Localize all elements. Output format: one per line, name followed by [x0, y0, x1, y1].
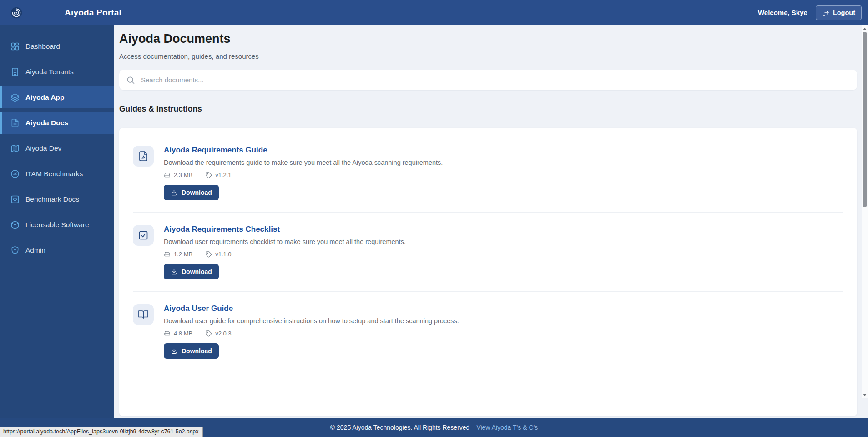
sidebar-item-aiyoda-app[interactable]: Aiyoda App [0, 86, 114, 108]
layers-icon [10, 93, 20, 102]
document-meta: 2.3 MB v1.2.1 [164, 172, 443, 178]
document-version: v1.1.0 [215, 251, 231, 258]
sidebar-item-label: Aiyoda App [25, 93, 65, 102]
dashboard-icon [10, 42, 20, 51]
download-icon [171, 348, 177, 355]
section-divider [119, 120, 857, 120]
sidebar-item-label: Aiyoda Docs [25, 119, 68, 127]
sidebar-item-aiyoda-dev[interactable]: Aiyoda Dev [0, 137, 114, 159]
document-size: 1.2 MB [174, 251, 192, 258]
sidebar-item-licensable-software[interactable]: Licensable Software [0, 213, 114, 236]
sidebar-item-label: Admin [25, 246, 45, 254]
document-description: Download user guide for comprehensive in… [164, 317, 459, 325]
document-title-link[interactable]: Aiyoda Requirements Checklist [164, 225, 406, 234]
hard-drive-icon [164, 251, 171, 258]
document-version: v1.2.1 [215, 172, 231, 178]
sidebar-item-benchmark-docs[interactable]: Benchmark Docs [0, 188, 114, 210]
sidebar-item-label: Benchmark Docs [25, 195, 79, 203]
document-description: Download user requirements checklist to … [164, 238, 406, 245]
hard-drive-icon [164, 330, 171, 337]
download-button[interactable]: Download [164, 264, 219, 279]
cube-icon [10, 220, 20, 229]
sidebar-item-itam-benchmarks[interactable]: ITAM Benchmarks [0, 163, 114, 185]
download-label: Download [182, 347, 212, 355]
welcome-text: Welcome, Skye [758, 9, 807, 16]
sidebar-item-admin[interactable]: Admin [0, 239, 114, 261]
open-book-icon [133, 304, 154, 325]
terms-link[interactable]: View Aiyoda T's & C's [476, 424, 538, 431]
search-input[interactable] [141, 76, 850, 84]
status-bar-url: https://portal.aiyoda.tech/AppFiles_iaps… [0, 427, 203, 437]
document-description: Download the requirements guide to make … [164, 159, 443, 166]
document-row: Aiyoda Requirements Checklist Download u… [133, 213, 843, 292]
document-meta: 4.8 MB v2.0.3 [164, 330, 459, 337]
sidebar-item-label: Dashboard [25, 42, 60, 51]
sidebar-item-aiyoda-docs[interactable]: Aiyoda Docs [0, 112, 114, 134]
logout-icon [822, 9, 829, 16]
document-size: 4.8 MB [174, 330, 192, 337]
document-row: Aiyoda User Guide Download user guide fo… [133, 292, 843, 371]
sidebar-item-label: Aiyoda Tenants [25, 68, 74, 76]
document-row: Aiyoda Requirements Guide Download the r… [133, 133, 843, 213]
scroll-down-icon[interactable] [862, 392, 868, 397]
download-label: Download [182, 268, 212, 275]
footer-copyright: © 2025 Aiyoda Technologies. All Rights R… [330, 424, 470, 431]
sidebar-item-label: Aiyoda Dev [25, 144, 61, 152]
tag-icon [205, 251, 212, 258]
app-logo-icon [10, 6, 23, 19]
download-label: Download [182, 189, 212, 196]
search-bar [119, 70, 857, 90]
file-text-icon [10, 118, 20, 127]
building-icon [10, 67, 20, 76]
download-icon [171, 189, 177, 196]
download-icon [171, 269, 177, 275]
code-icon [10, 195, 20, 204]
document-title-link[interactable]: Aiyoda Requirements Guide [164, 146, 443, 155]
scrollbar-thumb[interactable] [863, 32, 867, 207]
sidebar-item-aiyoda-tenants[interactable]: Aiyoda Tenants [0, 61, 114, 83]
documents-card: Aiyoda Requirements Guide Download the r… [119, 128, 857, 416]
main-content: Aiyoda Documents Access documentation, g… [114, 25, 862, 418]
sidebar: Dashboard Aiyoda Tenants Aiyoda App Aiyo… [0, 25, 114, 418]
tag-icon [205, 330, 212, 337]
gauge-icon [10, 169, 20, 178]
page-subtitle: Access documentation, guides, and resour… [119, 52, 857, 60]
shield-icon [10, 246, 20, 255]
checklist-icon [133, 225, 154, 246]
document-title-link[interactable]: Aiyoda User Guide [164, 304, 459, 313]
logout-button[interactable]: Logout [816, 5, 862, 20]
page-title: Aiyoda Documents [119, 32, 857, 46]
vertical-scrollbar[interactable] [862, 25, 868, 398]
sidebar-item-dashboard[interactable]: Dashboard [0, 35, 114, 57]
scroll-up-icon[interactable] [862, 26, 868, 31]
download-button[interactable]: Download [164, 185, 219, 200]
hard-drive-icon [164, 172, 171, 178]
sidebar-item-label: ITAM Benchmarks [25, 170, 83, 178]
document-meta: 1.2 MB v1.1.0 [164, 251, 406, 258]
logout-label: Logout [833, 9, 855, 16]
top-bar: Aiyoda Portal Welcome, Skye Logout [0, 0, 868, 25]
pdf-file-icon [133, 146, 154, 167]
search-icon [126, 76, 135, 85]
sidebar-item-label: Licensable Software [25, 221, 89, 229]
download-button[interactable]: Download [164, 343, 219, 359]
section-title: Guides & Instructions [119, 104, 857, 114]
tag-icon [205, 172, 212, 178]
app-title: Aiyoda Portal [65, 8, 121, 18]
map-icon [10, 144, 20, 153]
document-version: v2.0.3 [215, 330, 231, 337]
document-size: 2.3 MB [174, 172, 192, 178]
